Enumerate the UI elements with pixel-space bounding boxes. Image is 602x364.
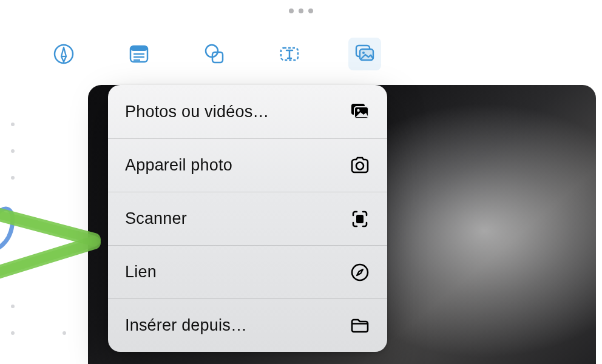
compass-icon xyxy=(350,262,370,283)
insert-popover: Photos ou vidéos… Appareil photo Sca xyxy=(108,85,387,352)
scan-icon xyxy=(350,209,370,229)
guide-dot xyxy=(11,331,15,335)
menu-item-scanner[interactable]: Scanner xyxy=(108,192,387,245)
media-icon xyxy=(353,42,377,66)
text-block-icon xyxy=(127,42,151,66)
guide-dot xyxy=(63,331,66,335)
photo-stack-icon xyxy=(350,101,370,122)
guide-dot xyxy=(11,123,15,126)
guide-dot xyxy=(11,176,15,180)
menu-item-photos-videos[interactable]: Photos ou vidéos… xyxy=(108,85,387,138)
menu-item-label: Insérer depuis… xyxy=(125,316,247,335)
camera-icon xyxy=(350,155,370,176)
appearance-toolbar xyxy=(47,38,381,70)
svg-rect-3 xyxy=(130,46,147,51)
dot-icon xyxy=(289,8,294,13)
dot-icon xyxy=(308,8,313,13)
tool-pen[interactable] xyxy=(47,38,80,70)
handwriting-scribble xyxy=(0,182,115,303)
menu-item-insert-from[interactable]: Insérer depuis… xyxy=(108,298,387,352)
text-box-icon xyxy=(277,42,302,66)
guide-dot xyxy=(11,149,15,153)
svg-point-12 xyxy=(362,52,365,54)
menu-item-label: Photos ou vidéos… xyxy=(125,103,269,121)
tool-text-box[interactable] xyxy=(273,38,306,70)
dot-icon xyxy=(299,8,303,13)
window-drag-handle[interactable] xyxy=(289,8,313,13)
tool-text-block[interactable] xyxy=(123,38,155,70)
tool-shapes[interactable] xyxy=(198,38,231,70)
menu-item-link[interactable]: Lien xyxy=(108,245,387,298)
menu-item-label: Scanner xyxy=(125,209,187,228)
pen-icon xyxy=(52,42,76,66)
svg-point-15 xyxy=(357,109,359,112)
menu-item-label: Lien xyxy=(125,263,157,281)
guide-dot xyxy=(11,305,15,308)
tool-media[interactable] xyxy=(348,38,381,70)
svg-rect-17 xyxy=(356,215,364,223)
svg-point-16 xyxy=(356,162,364,169)
folder-icon xyxy=(350,315,370,336)
shapes-icon xyxy=(202,42,226,66)
svg-point-18 xyxy=(352,265,368,280)
menu-item-camera[interactable]: Appareil photo xyxy=(108,138,387,192)
menu-item-label: Appareil photo xyxy=(125,156,232,175)
